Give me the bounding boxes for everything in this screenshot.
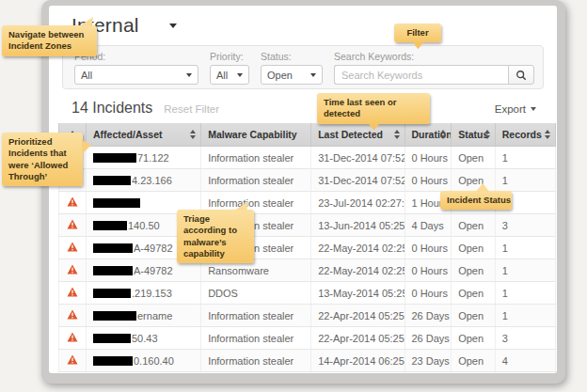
duration-cell: 0 Hours	[405, 259, 452, 282]
priority-value: All	[216, 70, 228, 81]
header-malware-capability[interactable]: Malware Capability	[201, 123, 311, 147]
duration-cell: 4 Days	[405, 214, 452, 237]
detected-cell: 31-Dec-2014 07:52:41	[311, 147, 405, 169]
detected-cell: 14-Apr-2014 06:25:05	[311, 350, 405, 372]
asset-suffix: 140.50	[128, 220, 160, 231]
status-cell: Open	[452, 169, 496, 192]
incident-row[interactable]: A-49782 Information stealer 22-May-2014 …	[59, 237, 556, 259]
detected-cell: 13-Jun-2014 05:25:05	[311, 214, 405, 237]
duration-cell: 0 Hours	[405, 282, 452, 305]
period-select[interactable]: All	[74, 65, 198, 85]
export-label: Export	[495, 103, 526, 115]
incident-row[interactable]: 140.50 Information stealer 13-Jun-2014 0…	[59, 214, 556, 237]
duration-cell: 26 Days	[405, 327, 452, 350]
asset-cell: 71.122	[86, 147, 200, 169]
warning-triangle-icon	[67, 196, 78, 207]
sort-icon[interactable]	[440, 130, 446, 139]
asset-suffix: A-49782	[134, 265, 173, 276]
status-cell: Open	[452, 259, 496, 282]
incidents-tbody: 71.122 Information stealer 31-Dec-2014 0…	[59, 147, 556, 372]
reset-filter-link[interactable]: Reset Filter	[164, 103, 219, 115]
status-cell: Open	[452, 327, 496, 350]
sort-icon[interactable]	[484, 130, 490, 139]
asset-suffix: 71.122	[137, 152, 169, 164]
redaction-box	[93, 243, 133, 253]
header-records[interactable]: Records	[495, 123, 555, 147]
filter-panel: Period: All Priority: All Status:	[62, 45, 544, 89]
capability-cell: DDOS	[201, 282, 311, 305]
incidents-table: Affected/Asset Malware Capability Last D…	[58, 123, 556, 372]
capability-cell: Information stealer	[201, 350, 311, 372]
incident-row[interactable]: 50.43 Information stealer 22-Apr-2014 05…	[59, 327, 556, 350]
chevron-down-icon	[310, 73, 316, 77]
redaction-box	[93, 266, 133, 275]
callout-navigate-zones: Navigate between Incident Zones	[2, 25, 97, 56]
sort-icon[interactable]	[394, 130, 400, 139]
callout-time-last-seen: Time last seen or detected	[317, 93, 430, 124]
detected-cell: 22-May-2014 02:25:05	[311, 237, 405, 259]
sort-icon[interactable]	[545, 130, 550, 139]
header-affected-asset[interactable]: Affected/Asset	[86, 123, 200, 147]
incidents-toolbar: 14 Incidents Reset Filter Export	[71, 100, 536, 117]
detected-cell: 13-May-2014 05:25:05	[311, 282, 405, 305]
records-cell: 1	[495, 259, 555, 282]
search-input[interactable]	[334, 65, 508, 85]
chevron-down-icon	[237, 73, 243, 77]
asset-suffix: A-49782	[134, 243, 173, 254]
callout-triage-capability: Triage according to malware’s capability	[177, 210, 254, 263]
asset-cell: 50.43	[86, 327, 200, 350]
callout-text: Prioritized Incidents that were ‘Allowed…	[8, 136, 68, 181]
sort-icon[interactable]	[190, 130, 196, 139]
warning-triangle-icon	[67, 332, 78, 342]
incident-row[interactable]: ername Information stealer 22-Apr-2014 0…	[59, 305, 556, 327]
status-select[interactable]: Open	[261, 65, 323, 85]
status-cell: Open	[452, 214, 496, 237]
search-filter-group: Search Keywords:	[334, 51, 534, 85]
warning-triangle-icon	[67, 309, 78, 320]
callout-filter: Filter	[394, 24, 441, 42]
priority-cell	[59, 327, 87, 350]
capability-cell: Information stealer	[201, 147, 311, 169]
warning-triangle-icon	[67, 242, 78, 252]
zone-selector[interactable]: Internal	[71, 14, 557, 37]
redaction-box	[93, 198, 140, 208]
priority-filter-group: Priority: All	[210, 51, 249, 85]
callout-text: Filter	[406, 27, 428, 38]
priority-cell	[59, 192, 87, 214]
duration-cell: 23 Days	[405, 350, 452, 372]
detected-cell: 23-Jul-2014 02:27:03	[311, 192, 405, 214]
search-icon	[516, 70, 527, 81]
incident-row[interactable]: 71.122 Information stealer 31-Dec-2014 0…	[59, 147, 556, 169]
status-cell: Open	[452, 237, 496, 259]
redaction-box	[93, 356, 133, 366]
priority-cell	[59, 305, 87, 327]
incident-row[interactable]: 0.160.40 Information stealer 14-Apr-2014…	[59, 350, 556, 372]
warning-triangle-icon	[67, 287, 78, 297]
asset-cell: 0.160.40	[86, 350, 200, 372]
redaction-box	[93, 289, 131, 298]
search-button[interactable]	[508, 65, 534, 85]
status-label: Status:	[261, 51, 323, 62]
duration-cell: 26 Days	[405, 305, 452, 327]
redaction-box	[93, 334, 131, 343]
header-last-detected[interactable]: Last Detected	[311, 123, 405, 147]
incident-row[interactable]: A-49782 Ransomware 22-May-2014 02:25:05 …	[59, 259, 556, 282]
records-cell: 3	[495, 214, 555, 237]
status-cell: Open	[452, 147, 496, 169]
priority-select[interactable]: All	[210, 65, 249, 85]
callout-incident-status: Incident Status	[440, 191, 512, 210]
priority-cell	[59, 259, 87, 282]
warning-triangle-icon	[67, 264, 78, 274]
asset-cell: 4.23.166	[86, 169, 200, 192]
incident-row[interactable]: .219.153 DDOS 13-May-2014 05:25:05 0 Hou…	[59, 282, 556, 305]
detected-cell: 31-Dec-2014 07:52:41	[311, 169, 405, 192]
header-label: Last Detected	[318, 129, 383, 140]
status-filter-group: Status: Open	[261, 51, 323, 85]
export-dropdown[interactable]: Export	[495, 103, 536, 115]
header-duration[interactable]: Duration	[405, 123, 452, 147]
priority-cell	[59, 282, 87, 305]
callout-text: Time last seen or detected	[324, 97, 396, 118]
header-status[interactable]: Status	[452, 123, 496, 147]
header-label: Records	[502, 129, 542, 140]
records-cell: 3	[495, 327, 555, 350]
